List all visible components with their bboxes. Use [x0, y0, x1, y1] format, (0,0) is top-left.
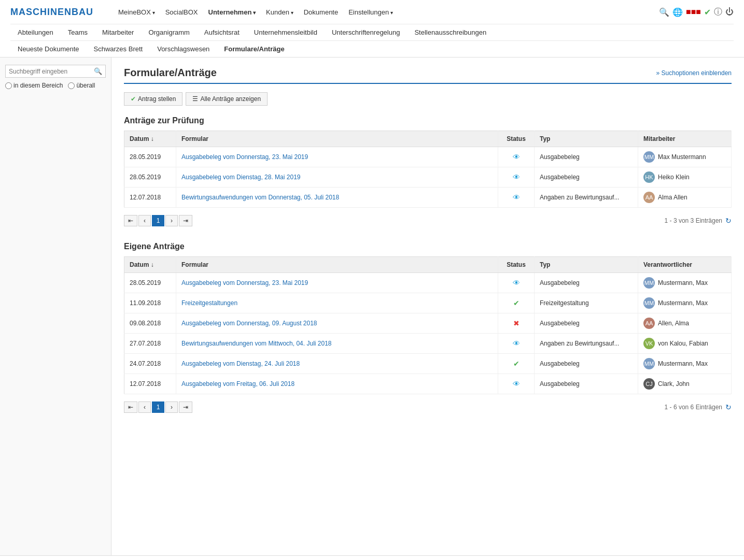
section-eigene-title: Eigene Anträge: [124, 242, 732, 251]
cell-person: AA Alma Allen: [638, 188, 732, 208]
cell-typ: Ausgabebeleg: [535, 147, 638, 167]
avatar: MM: [643, 358, 655, 369]
power-icon[interactable]: ⏻: [725, 7, 734, 17]
nav-einstellungen[interactable]: Einstellungen: [344, 6, 397, 18]
avatar: HK: [643, 171, 655, 183]
cell-form[interactable]: Bewirtungsaufwendungen vom Mittwoch, 04.…: [176, 334, 498, 354]
section-pruefung-title: Anträge zur Prüfung: [124, 116, 732, 125]
table-row: 12.07.2018 Bewirtungsaufwendungen vom Do…: [124, 188, 732, 208]
globe-icon[interactable]: 🌐: [672, 7, 683, 17]
first-page-btn-2[interactable]: ⇤: [124, 401, 137, 413]
page-1-btn-2[interactable]: 1: [152, 401, 164, 413]
table-row: 24.07.2018 Ausgabebeleg vom Dienstag, 24…: [124, 354, 732, 374]
sub-nav-1: Abteilungen Teams Mitarbeiter Organigram…: [10, 24, 734, 40]
cell-typ: Freizeitgestaltung: [535, 293, 638, 313]
eye-icon: 👁: [513, 279, 520, 287]
radio-this-area[interactable]: in diesem Bereich: [5, 82, 63, 89]
eigene-info-text: 1 - 6 von 6 Einträgen: [665, 404, 722, 411]
last-page-btn-1[interactable]: ⇥: [179, 215, 192, 226]
check-circle-icon[interactable]: ✔: [704, 7, 711, 17]
pruefung-pagination: ⇤ ‹ 1 › ⇥ 1 - 3 von 3 Einträgen ↻: [124, 212, 732, 229]
subnav-teams[interactable]: Teams: [61, 24, 95, 40]
subnav-vorschlagswesen[interactable]: Vorschlagswesen: [150, 41, 217, 57]
subnav-neueste-dokumente[interactable]: Neueste Dokumente: [10, 41, 87, 57]
cell-status: 👁: [498, 147, 535, 167]
avatar: AA: [643, 192, 655, 203]
last-page-btn-2[interactable]: ⇥: [179, 401, 192, 413]
cell-form[interactable]: Freizeitgestaltungen: [176, 293, 498, 313]
check-icon: ✔: [131, 95, 136, 103]
flag-icon[interactable]: ■■■: [686, 7, 701, 17]
eye-icon: 👁: [513, 339, 520, 348]
cell-typ: Ausgabebeleg: [535, 313, 638, 334]
cell-form[interactable]: Bewirtungsaufwendungen vom Donnerstag, 0…: [176, 188, 498, 208]
col-header-typ-1: Typ: [535, 131, 638, 147]
search-submit-icon[interactable]: 🔍: [94, 67, 102, 75]
cell-typ: Ausgabebeleg: [535, 273, 638, 293]
pruefung-info-text: 1 - 3 von 3 Einträgen: [665, 217, 722, 224]
avatar: CJ: [643, 378, 655, 390]
cell-form[interactable]: Ausgabebeleg vom Donnerstag, 09. August …: [176, 313, 498, 334]
subnav-formulare-antraege[interactable]: Formulare/Anträge: [217, 41, 291, 57]
person-name: Mustermann, Max: [658, 360, 708, 367]
eigene-table: Datum ↓ Formular Status Typ Verantwortli…: [124, 256, 732, 394]
avatar: MM: [643, 297, 655, 309]
cell-date: 24.07.2018: [124, 354, 176, 374]
subnav-schwarzes-brett[interactable]: Schwarzes Brett: [87, 41, 150, 57]
prev-page-btn-2[interactable]: ‹: [138, 401, 151, 413]
nav-dokumente[interactable]: Dokumente: [300, 6, 342, 18]
subnav-stellenausschreibungen[interactable]: Stellenausschreibungen: [407, 24, 494, 40]
first-page-btn-1[interactable]: ⇤: [124, 215, 137, 226]
cell-form[interactable]: Ausgabebeleg vom Dienstag, 24. Juli 2018: [176, 354, 498, 374]
cell-form[interactable]: Ausgabebeleg vom Donnerstag, 23. Mai 201…: [176, 273, 498, 293]
alle-antraege-button[interactable]: ☰ Alle Anträge anzeigen: [186, 92, 268, 106]
col-header-datum-1: Datum ↓: [124, 131, 176, 147]
cell-typ: Ausgabebeleg: [535, 354, 638, 374]
page-1-btn-1[interactable]: 1: [152, 215, 164, 226]
page-layout: 🔍 in diesem Bereich überall Formulare/An…: [0, 58, 744, 555]
pruefung-page-info: 1 - 3 von 3 Einträgen ↻: [665, 217, 732, 225]
antrag-stellen-button[interactable]: ✔ Antrag stellen: [124, 92, 183, 106]
cell-status: 👁: [498, 334, 535, 354]
eigene-refresh-icon[interactable]: ↻: [725, 403, 732, 411]
subnav-unterschriftenregelung[interactable]: Unterschriftenregelung: [325, 24, 408, 40]
main-content: Formulare/Anträge » Suchoptionen einblen…: [111, 58, 744, 555]
radio-everywhere[interactable]: überall: [68, 82, 95, 89]
nav-unternehmen[interactable]: Unternehmen: [204, 6, 260, 18]
prev-page-btn-1[interactable]: ‹: [138, 215, 151, 226]
help-icon[interactable]: ⓘ: [714, 7, 722, 18]
nav-meinebox[interactable]: MeineBOX: [114, 6, 159, 18]
pruefung-refresh-icon[interactable]: ↻: [725, 217, 732, 225]
table-row: 12.07.2018 Ausgabebeleg vom Freitag, 06.…: [124, 374, 732, 394]
section-eigene: Eigene Anträge Datum ↓ Formular Status T…: [124, 242, 732, 416]
avatar: MM: [643, 151, 655, 163]
next-page-btn-1[interactable]: ›: [165, 215, 178, 226]
nav-kunden[interactable]: Kunden: [262, 6, 298, 18]
search-box: 🔍: [5, 65, 106, 78]
pruefung-table: Datum ↓ Formular Status Typ Mitarbeiter …: [124, 131, 732, 208]
search-options-link[interactable]: » Suchoptionen einblenden: [656, 69, 732, 77]
cell-form[interactable]: Ausgabebeleg vom Donnerstag, 23. Mai 201…: [176, 147, 498, 167]
cell-person: MM Mustermann, Max: [638, 354, 732, 374]
search-input[interactable]: [9, 68, 94, 75]
col-header-datum-2: Datum ↓: [124, 257, 176, 273]
pruefung-pagination-controls: ⇤ ‹ 1 › ⇥: [124, 215, 192, 226]
table-row: 28.05.2019 Ausgabebeleg vom Dienstag, 28…: [124, 167, 732, 188]
cell-date: 28.05.2019: [124, 167, 176, 188]
next-page-btn-2[interactable]: ›: [165, 401, 178, 413]
page-title: Formulare/Anträge: [124, 67, 217, 79]
cell-form[interactable]: Ausgabebeleg vom Dienstag, 28. Mai 2019: [176, 167, 498, 188]
cell-status: ✔: [498, 293, 535, 313]
subnav-abteilungen[interactable]: Abteilungen: [10, 24, 61, 40]
subnav-organigramm[interactable]: Organigramm: [141, 24, 196, 40]
person-name: Heiko Klein: [658, 174, 690, 181]
eye-icon: 👁: [513, 193, 520, 202]
cell-form[interactable]: Ausgabebeleg vom Freitag, 06. Juli 2018: [176, 374, 498, 394]
subnav-mitarbeiter[interactable]: Mitarbeiter: [95, 24, 141, 40]
col-header-formular-2: Formular: [176, 257, 498, 273]
nav-socialbox[interactable]: SocialBOX: [161, 6, 202, 18]
subnav-aufsichtsrat[interactable]: Aufsichtsrat: [197, 24, 247, 40]
cross-icon: ✖: [513, 319, 520, 327]
subnav-unternehmensleitbild[interactable]: Unternehmensleitbild: [247, 24, 325, 40]
search-icon[interactable]: 🔍: [659, 7, 669, 17]
